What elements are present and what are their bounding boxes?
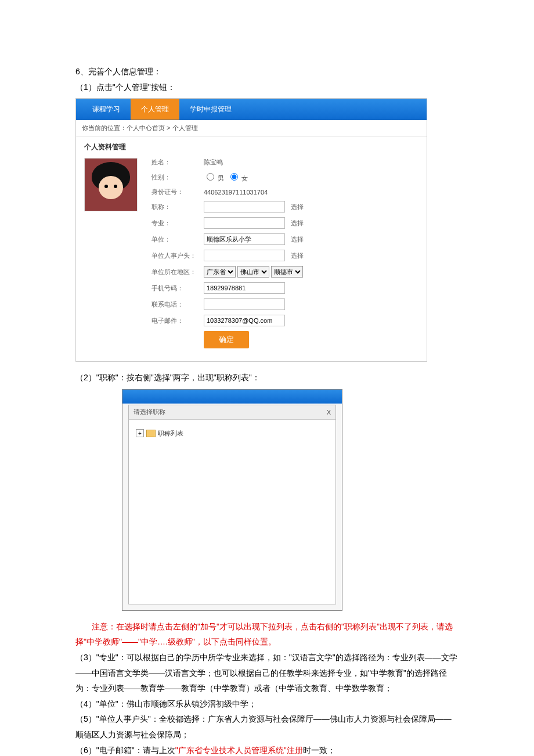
unit-input[interactable]	[204, 233, 285, 245]
tab-apply[interactable]: 学时申报管理	[179, 99, 242, 120]
email-label: 电子邮件：	[151, 316, 204, 325]
hr-label: 单位人事户头：	[151, 251, 204, 260]
title-pick-link[interactable]: 选择	[291, 203, 304, 211]
mobile-label: 手机号码：	[151, 284, 204, 293]
breadcrumb: 你当前的位置：个人中心首页 > 个人管理	[76, 120, 427, 136]
gender-female-radio[interactable]	[230, 173, 238, 181]
profile-form: 姓名：陈宝鸣 性别： 男 女 身份证号：440623197111031704 职…	[151, 158, 304, 353]
tab-bar: 课程学习 个人管理 学时申报管理	[76, 99, 427, 120]
unit-label: 单位：	[151, 235, 204, 244]
title-input[interactable]	[204, 201, 285, 213]
title-label: 职称：	[151, 203, 204, 211]
name-label: 姓名：	[151, 158, 204, 167]
note-text: 注意：在选择时请点击左侧的"加号"才可以出现下拉列表，点击右侧的"职称列表"出现…	[75, 619, 459, 650]
modal-close-button[interactable]: X	[327, 409, 331, 416]
avatar	[84, 158, 138, 211]
tree-root-label: 职称列表	[158, 429, 183, 438]
id-label: 身份证号：	[151, 188, 204, 196]
region-label: 单位所在地区：	[151, 268, 204, 276]
major-input[interactable]	[204, 217, 285, 229]
step6-2-text: （2）"职称"：按右侧"选择"两字，出现"职称列表"：	[75, 370, 459, 386]
hr-pick-link[interactable]: 选择	[291, 251, 304, 260]
plus-icon[interactable]: +	[136, 429, 144, 437]
title-select-modal: 请选择职称 X + 职称列表	[128, 405, 336, 604]
phone-input[interactable]	[204, 298, 285, 310]
folder-icon	[146, 430, 156, 437]
step6-heading: 6、完善个人信息管理：	[75, 64, 459, 80]
tab-personal[interactable]: 个人管理	[131, 99, 179, 120]
section-title: 个人资料管理	[76, 136, 427, 158]
figure-title-modal: 请选择职称 X + 职称列表	[122, 389, 342, 611]
gender-label: 性别：	[151, 173, 204, 182]
phone-label: 联系电话：	[151, 300, 204, 309]
submit-button[interactable]: 确定	[204, 331, 249, 348]
district-select[interactable]: 顺德市	[271, 266, 303, 278]
mobile-input[interactable]	[204, 282, 285, 294]
modal-title: 请选择职称	[134, 408, 165, 416]
gender-male-radio[interactable]	[207, 173, 214, 181]
name-value: 陈宝鸣	[204, 158, 223, 167]
city-select[interactable]: 佛山市	[237, 266, 269, 278]
major-pick-link[interactable]: 选择	[291, 219, 304, 228]
tab-study[interactable]: 课程学习	[82, 99, 131, 120]
gender-female-label: 女	[241, 175, 248, 182]
unit-pick-link[interactable]: 选择	[291, 235, 304, 244]
p5-text: （5）"单位人事户头"：全校都选择：广东省人力资源与社会保障厅——佛山市人力资源…	[75, 711, 459, 742]
major-label: 专业：	[151, 219, 204, 228]
tree-root-item[interactable]: + 职称列表	[136, 429, 329, 438]
p3-text: （3）"专业"：可以根据自己的学历中所学专业来选择，如："汉语言文学"的选择路径…	[75, 650, 459, 696]
figure-personal-form: 课程学习 个人管理 学时申报管理 你当前的位置：个人中心首页 > 个人管理 个人…	[75, 98, 427, 362]
id-value: 440623197111031704	[204, 189, 268, 196]
hr-input[interactable]	[204, 250, 285, 261]
p4-text: （4）"单位"：佛山市顺德区乐从镇沙滘初级中学；	[75, 696, 459, 712]
step6-1-text: （1）点击"个人管理"按钮：	[75, 80, 459, 95]
email-input[interactable]	[204, 315, 285, 326]
p6-text: （6）"电子邮箱"：请与上次"广东省专业技术人员管理系统"注册时一致；	[75, 743, 459, 756]
province-select[interactable]: 广东省	[204, 266, 236, 278]
gender-male-label: 男	[218, 175, 224, 182]
